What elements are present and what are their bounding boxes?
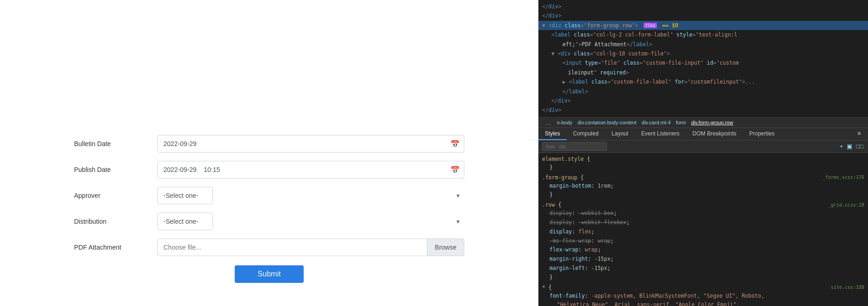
style-block-row: .row { _grid.scss:28 display: -webkit-bo… xyxy=(538,201,868,282)
html-line: eft;">PDF Attachment</label> xyxy=(538,40,868,49)
filter-add-icon[interactable]: + xyxy=(839,143,844,150)
breadcrumb-item-container[interactable]: div.container.body-content xyxy=(577,120,637,125)
form-container: Bulletin Date 📅 Publish Date 📅 Approver … xyxy=(0,126,538,292)
bulletin-date-group: Bulletin Date 📅 xyxy=(74,135,464,153)
tab-event-listeners[interactable]: Event Listeners xyxy=(635,128,686,140)
filter-input[interactable] xyxy=(542,142,607,151)
html-line: </div> xyxy=(538,11,868,20)
style-selector-form-group: .form-group { xyxy=(542,174,584,181)
textarea-spacer xyxy=(0,33,538,126)
style-rule: "Helvetica Neue", Arial, sans-serif, "Ap… xyxy=(538,300,868,306)
tab-styles[interactable]: Styles xyxy=(538,128,567,140)
submit-button[interactable]: Submit xyxy=(235,265,304,283)
style-selector-line: .row { _grid.scss:28 xyxy=(538,201,868,209)
style-selector-line: * { site.css:188 xyxy=(538,283,868,292)
style-selector: element.style { xyxy=(542,156,590,162)
pdf-attachment-label: PDF Attachment xyxy=(74,244,157,251)
html-line: </label> xyxy=(538,87,868,96)
html-line-selected[interactable]: ▼ <div class="form-group row"> flex == $… xyxy=(538,21,868,30)
html-line: </div> xyxy=(538,96,868,105)
html-line: ileinput" required> xyxy=(538,68,868,77)
bulletin-date-label: Bulletin Date xyxy=(74,140,157,147)
html-line: </div> xyxy=(538,105,868,115)
submit-row: Submit xyxy=(74,265,464,283)
styles-content: element.style { } .form-group { _forms.s… xyxy=(538,153,868,306)
style-rule: margin-left: -15px; xyxy=(538,264,868,273)
style-selector-line: element.style { xyxy=(538,155,868,163)
style-selector-star: * { xyxy=(542,284,552,291)
breadcrumb-item[interactable]: n-body xyxy=(557,120,573,125)
tab-computed[interactable]: Computed xyxy=(567,128,605,140)
filter-icons: + ▣ □□ xyxy=(839,143,864,150)
style-block-star: * { site.css:188 font-family: -apple-sys… xyxy=(538,283,868,306)
html-line: ▶ <label class="custom-file-label" for="… xyxy=(538,77,868,86)
distribution-label: Distribution xyxy=(74,218,157,225)
publish-date-input[interactable] xyxy=(157,161,464,178)
devtools-tabs: Styles Computed Layout Event Listeners D… xyxy=(538,128,868,141)
style-rule: } xyxy=(538,163,868,172)
style-rule: -ms-flex-wrap: wrap; xyxy=(538,237,868,246)
devtools-panel: </div> </div> ▼ <div class="form-group r… xyxy=(538,0,868,306)
distribution-select-wrapper: -Select one- xyxy=(157,213,464,230)
form-panel: Bulletin Date 📅 Publish Date 📅 Approver … xyxy=(0,0,538,306)
devtools-html-section: </div> </div> ▼ <div class="form-group r… xyxy=(538,0,868,117)
html-line: </div> xyxy=(538,2,868,11)
style-source: _forms.scss:176 xyxy=(823,175,864,180)
distribution-select[interactable]: -Select one- xyxy=(157,213,213,230)
tab-layout[interactable]: Layout xyxy=(605,128,635,140)
approver-select[interactable]: -Select one- xyxy=(157,187,213,204)
style-block-form-group: .form-group { _forms.scss:176 margin-bot… xyxy=(538,173,868,200)
style-rule: display: -webkit-box; xyxy=(538,209,868,218)
breadcrumb-item-card[interactable]: div.card.mt-4 xyxy=(642,120,671,125)
style-block-element: element.style { } xyxy=(538,155,868,172)
devtools-filter-bar: + ▣ □□ xyxy=(538,141,868,153)
bulletin-date-calendar-icon[interactable]: 📅 xyxy=(450,140,460,148)
style-rule: margin-bottom: 1rem; xyxy=(538,182,868,191)
breadcrumb-ellipsis[interactable]: ... xyxy=(542,119,555,126)
breadcrumb-bar: ... n-body div.container.body-content di… xyxy=(538,117,868,128)
style-rule: display: -webkit-flexbox; xyxy=(538,218,868,227)
filter-inspect-icon[interactable]: ▣ xyxy=(846,143,853,150)
file-input-group: Browse xyxy=(157,239,464,256)
approver-label: Approver xyxy=(74,192,157,199)
html-line: <label class="col-lg-2 col-form-label" s… xyxy=(538,30,868,39)
tab-dom-breakpoints[interactable]: DOM Breakpoints xyxy=(686,128,743,140)
style-rule: flex-wrap: wrap; xyxy=(538,245,868,255)
pdf-attachment-group: PDF Attachment Browse xyxy=(74,239,464,256)
style-rule: display: flex; xyxy=(538,227,868,237)
style-selector-row: .row { xyxy=(542,202,562,208)
style-rule: margin-right: -15px; xyxy=(538,255,868,264)
breadcrumb-item-form[interactable]: form xyxy=(676,120,686,125)
style-source: _grid.scss:28 xyxy=(828,202,864,208)
file-text-input[interactable] xyxy=(157,239,427,256)
approver-group: Approver -Select one- xyxy=(74,187,464,204)
style-rule: } xyxy=(538,273,868,282)
breadcrumb-item-active[interactable]: div.form-group.row xyxy=(691,120,733,125)
html-line: ▼ <div class="col-lg-10 custom-file"> xyxy=(538,49,868,58)
publish-date-label: Publish Date xyxy=(74,166,157,173)
style-selector-line: .form-group { _forms.scss:176 xyxy=(538,173,868,182)
publish-date-calendar-icon[interactable]: 📅 xyxy=(450,165,460,174)
browse-button[interactable]: Browse xyxy=(427,239,464,256)
style-source: site.css:188 xyxy=(831,285,864,290)
bulletin-date-input-wrapper: 📅 xyxy=(157,135,464,153)
approver-select-wrapper: -Select one- xyxy=(157,187,464,204)
tab-properties[interactable]: Properties xyxy=(743,128,781,140)
style-rule: font-family: -apple-system, BlinkMacSyst… xyxy=(538,292,868,301)
html-line: <input type="file" class="custom-file-in… xyxy=(538,58,868,67)
tab-close[interactable]: ✕ xyxy=(850,128,868,140)
distribution-group: Distribution -Select one- xyxy=(74,213,464,230)
bulletin-date-input[interactable] xyxy=(157,135,464,153)
style-rule: } xyxy=(538,190,868,200)
publish-date-input-wrapper: 📅 xyxy=(157,161,464,178)
filter-copy-icon[interactable]: □□ xyxy=(855,143,864,150)
publish-date-group: Publish Date 📅 xyxy=(74,161,464,178)
